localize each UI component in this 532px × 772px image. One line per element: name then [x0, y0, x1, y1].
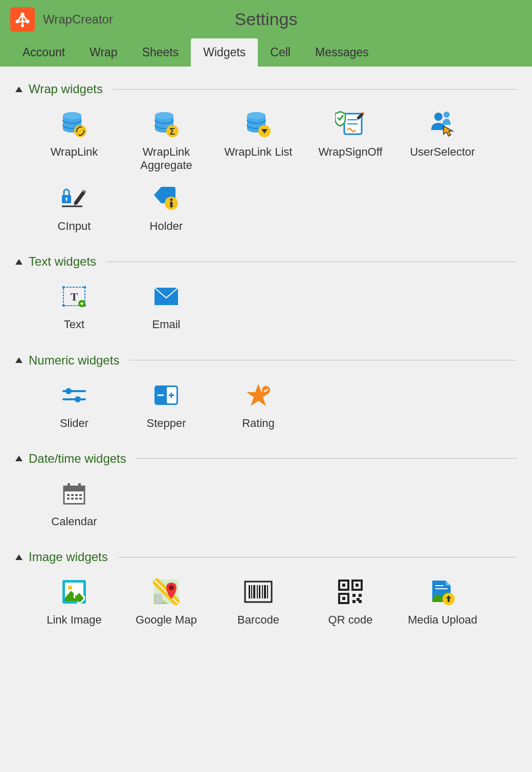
caret-up-icon [15, 357, 23, 363]
widget-grid: Slider Stepper [15, 380, 517, 430]
widget-label: Holder [123, 220, 210, 233]
widget-label: Rating [215, 417, 302, 430]
section-title: Image widgets [29, 550, 108, 564]
section-header[interactable]: Date/time widgets [15, 452, 517, 466]
caret-up-icon [15, 259, 23, 265]
widget-qrcode[interactable]: QR code [307, 576, 394, 627]
widget-stepper[interactable]: Stepper [123, 380, 210, 430]
section-header[interactable]: Image widgets [15, 550, 517, 564]
section-header[interactable]: Numeric widgets [15, 353, 517, 368]
map-pin-icon [123, 576, 210, 607]
caret-up-icon [15, 87, 23, 92]
divider [106, 262, 517, 262]
page-title: Settings [235, 9, 298, 29]
tab-messages[interactable]: Messages [303, 38, 381, 67]
widget-email[interactable]: Email [123, 281, 210, 331]
widget-userselector[interactable]: UserSelector [399, 109, 486, 173]
svg-rect-64 [259, 585, 260, 598]
section-header[interactable]: Wrap widgets [15, 82, 517, 96]
widget-label: Slider [31, 417, 118, 430]
widget-grid: WrapLink Σ WrapLink Aggregate [15, 109, 517, 233]
star-icon [215, 380, 302, 411]
svg-rect-49 [67, 498, 70, 500]
section-title: Text widgets [29, 254, 96, 269]
svg-rect-62 [253, 585, 255, 598]
svg-rect-67 [267, 585, 268, 598]
widget-label: Email [123, 318, 210, 331]
widget-rating[interactable]: Rating [215, 380, 302, 430]
shield-document-icon [307, 109, 394, 139]
widget-grid: Calendar [15, 478, 517, 528]
widget-label: Barcode [215, 613, 302, 627]
widget-grid: T Text Email [15, 281, 517, 331]
svg-rect-69 [342, 584, 345, 587]
database-sum-icon: Σ [123, 109, 210, 139]
widget-label: Stepper [123, 417, 210, 430]
tab-sheets[interactable]: Sheets [130, 38, 191, 67]
svg-rect-44 [78, 483, 81, 488]
tab-widgets[interactable]: Widgets [191, 38, 258, 67]
svg-point-17 [434, 113, 442, 121]
svg-rect-21 [66, 199, 67, 201]
widget-wraplink-aggregate[interactable]: Σ WrapLink Aggregate [123, 109, 210, 173]
widget-label: WrapLink [31, 145, 118, 159]
lock-pencil-icon [31, 183, 118, 213]
tab-wrap[interactable]: Wrap [77, 38, 130, 67]
widget-wrapsignoff[interactable]: WrapSignOff [307, 109, 394, 173]
widget-media-upload[interactable]: Media Upload [399, 576, 486, 627]
svg-rect-28 [84, 286, 86, 288]
widget-link-image[interactable]: Link Image [31, 576, 118, 627]
widget-text[interactable]: T Text [31, 281, 118, 331]
svg-point-37 [75, 396, 81, 402]
widget-holder[interactable]: Holder [123, 183, 210, 233]
widget-barcode[interactable]: Barcode [215, 576, 302, 627]
widget-label: Calendar [31, 515, 118, 528]
plus-minus-icon [123, 380, 210, 411]
svg-rect-50 [71, 498, 74, 500]
widget-slider[interactable]: Slider [31, 380, 118, 430]
svg-rect-71 [356, 584, 359, 587]
svg-rect-73 [342, 597, 345, 600]
section-title: Wrap widgets [29, 82, 103, 96]
svg-point-24 [170, 198, 173, 201]
widget-wraplink-list[interactable]: WrapLink List [215, 109, 302, 173]
envelope-icon [123, 281, 210, 312]
svg-point-5 [63, 112, 81, 119]
image-link-icon [31, 576, 118, 607]
tab-account[interactable]: Account [10, 38, 77, 67]
svg-rect-47 [75, 494, 78, 496]
svg-point-12 [247, 112, 265, 119]
caret-up-icon [15, 554, 23, 560]
widget-label: Google Map [123, 613, 210, 627]
tag-info-icon [123, 183, 210, 213]
tabs: Account Wrap Sheets Widgets Cell Message… [0, 38, 532, 67]
section-image-widgets: Image widgets Link Image [15, 550, 517, 627]
svg-point-40 [262, 386, 270, 394]
widget-grid: Link Image Google Map [15, 576, 517, 627]
widget-wraplink[interactable]: WrapLink [31, 109, 118, 173]
database-link-icon [31, 109, 118, 139]
divider [118, 557, 517, 557]
section-title: Numeric widgets [29, 353, 119, 368]
svg-rect-27 [62, 286, 64, 288]
widget-label: Text [31, 318, 118, 331]
tab-cell[interactable]: Cell [258, 38, 303, 67]
svg-rect-76 [352, 600, 356, 603]
svg-rect-42 [64, 486, 84, 491]
section-wrap-widgets: Wrap widgets WrapLink [15, 82, 517, 233]
widget-label: UserSelector [399, 145, 486, 159]
svg-point-18 [444, 112, 450, 118]
widget-cinput[interactable]: CInput [31, 183, 118, 233]
svg-rect-65 [262, 585, 263, 598]
svg-point-8 [155, 112, 173, 119]
app-logo-icon [10, 7, 35, 32]
widget-calendar[interactable]: Calendar [31, 478, 118, 528]
widget-label: WrapLink Aggregate [123, 145, 210, 173]
svg-rect-51 [75, 498, 78, 500]
svg-point-35 [65, 388, 72, 394]
section-header[interactable]: Text widgets [15, 254, 517, 269]
widget-google-map[interactable]: Google Map [123, 576, 210, 627]
svg-rect-75 [359, 594, 362, 597]
svg-rect-46 [71, 494, 74, 496]
section-title: Date/time widgets [29, 452, 126, 466]
